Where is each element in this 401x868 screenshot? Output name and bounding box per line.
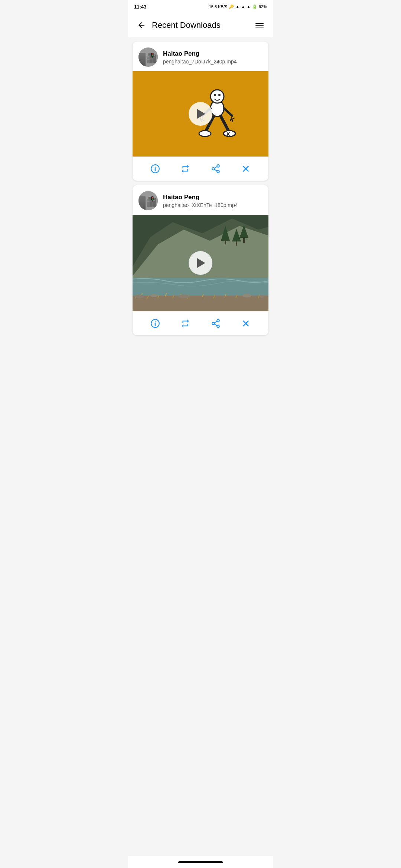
svg-rect-25: [154, 57, 155, 57]
svg-point-40: [218, 94, 221, 96]
avatar-svg-1: [146, 47, 158, 67]
svg-point-78: [152, 198, 153, 200]
info-icon-2: [150, 319, 160, 328]
svg-rect-72: [154, 198, 155, 199]
svg-rect-76: [151, 197, 153, 200]
svg-point-109: [259, 295, 265, 298]
wifi-icon: ▲: [235, 4, 239, 9]
svg-rect-67: [149, 200, 149, 200]
signal-icon: ▲: [241, 4, 245, 9]
toolbar: Recent Downloads: [128, 13, 273, 37]
signal-icon-2: ▲: [247, 4, 251, 9]
network-speed: 15.8 KB/S: [209, 4, 228, 9]
svg-rect-16: [149, 56, 149, 57]
battery-percent: 92%: [259, 4, 267, 9]
svg-rect-56: [149, 197, 149, 198]
svg-rect-69: [149, 201, 149, 202]
card-header-1: Haitao Peng penghaitao_7DoIJ7k_240p.mp4: [133, 42, 268, 71]
svg-point-49: [217, 170, 219, 173]
svg-rect-68: [147, 201, 148, 202]
card-username-1: Haitao Peng: [163, 50, 237, 57]
svg-rect-27: [151, 53, 153, 57]
svg-rect-60: [150, 199, 150, 200]
close-button-1[interactable]: [238, 161, 254, 177]
svg-point-107: [178, 295, 189, 298]
svg-line-116: [214, 324, 217, 326]
close-icon-2: [241, 319, 251, 328]
avatar-2: [138, 191, 158, 210]
svg-line-50: [214, 170, 217, 171]
avatar-svg-2: [146, 191, 158, 210]
svg-point-113: [217, 319, 219, 322]
svg-rect-63: [150, 201, 150, 202]
svg-point-32: [211, 90, 224, 103]
avatar-1: [138, 47, 158, 67]
svg-rect-66: [147, 200, 148, 200]
download-card-2: Haitao Peng penghaitao_XtXEhTe_180p.mp4: [133, 185, 268, 335]
loop-button-2[interactable]: [177, 315, 193, 332]
svg-rect-13: [151, 59, 151, 60]
card-thumbnail-2[interactable]: [133, 215, 268, 311]
back-button[interactable]: [134, 18, 149, 33]
svg-rect-19: [147, 59, 148, 60]
svg-point-105: [135, 295, 144, 298]
svg-rect-6: [150, 55, 150, 56]
card-info-1: Haitao Peng penghaitao_7DoIJ7k_240p.mp4: [163, 50, 237, 65]
avatar-image-2: [138, 191, 158, 210]
svg-rect-57: [150, 197, 150, 198]
svg-rect-15: [147, 56, 148, 57]
share-icon-1: [211, 164, 221, 174]
content-area: Haitao Peng penghaitao_7DoIJ7k_240p.mp4: [128, 37, 273, 340]
card-actions-2: [133, 311, 268, 335]
svg-rect-10: [151, 57, 151, 58]
play-triangle-1: [197, 109, 205, 119]
loop-icon-2: [180, 319, 190, 328]
svg-point-108: [242, 294, 251, 297]
close-button-2[interactable]: [238, 315, 254, 332]
play-button-2[interactable]: [189, 251, 212, 275]
svg-rect-9: [150, 57, 150, 58]
card-header-2: Haitao Peng penghaitao_XtXEhTe_180p.mp4: [133, 185, 268, 215]
share-button-2[interactable]: [208, 315, 224, 332]
info-button-2[interactable]: [147, 315, 163, 332]
svg-point-106: [150, 294, 158, 297]
svg-rect-7: [151, 55, 151, 56]
svg-point-114: [212, 322, 215, 325]
info-icon-1: [150, 164, 160, 174]
svg-rect-74: [154, 200, 155, 201]
card-username-2: Haitao Peng: [163, 194, 238, 201]
svg-rect-73: [154, 200, 154, 201]
share-icon-2: [211, 319, 221, 328]
play-button-1[interactable]: [189, 102, 212, 126]
svg-point-39: [214, 94, 216, 96]
svg-rect-89: [133, 296, 268, 311]
svg-line-51: [214, 167, 217, 168]
card-thumbnail-1[interactable]: K K K: [133, 71, 268, 157]
avatar-image-1: [138, 47, 158, 67]
play-triangle-2: [197, 258, 205, 268]
svg-point-48: [212, 168, 215, 170]
svg-rect-71: [154, 198, 154, 199]
svg-point-46: [154, 167, 156, 168]
svg-line-117: [214, 321, 217, 323]
key-icon: 🔑: [229, 4, 234, 9]
info-button-1[interactable]: [147, 161, 163, 177]
svg-rect-65: [147, 199, 150, 207]
back-icon: [137, 21, 146, 30]
menu-button[interactable]: [252, 18, 267, 33]
loop-icon-1: [180, 164, 190, 174]
share-button-1[interactable]: [208, 161, 224, 177]
svg-rect-3: [150, 53, 150, 55]
loop-button-1[interactable]: [177, 161, 193, 177]
svg-rect-61: [151, 199, 151, 200]
svg-point-47: [217, 165, 219, 167]
svg-point-29: [152, 55, 153, 56]
card-actions-1: [133, 157, 268, 181]
svg-rect-58: [151, 197, 151, 198]
svg-rect-64: [151, 201, 151, 202]
card-info-2: Haitao Peng penghaitao_XtXEhTe_180p.mp4: [163, 194, 238, 208]
card-filename-2: penghaitao_XtXEhTe_180p.mp4: [163, 202, 238, 208]
svg-text:K: K: [226, 131, 230, 137]
svg-rect-2: [149, 53, 149, 55]
svg-rect-4: [151, 53, 151, 55]
